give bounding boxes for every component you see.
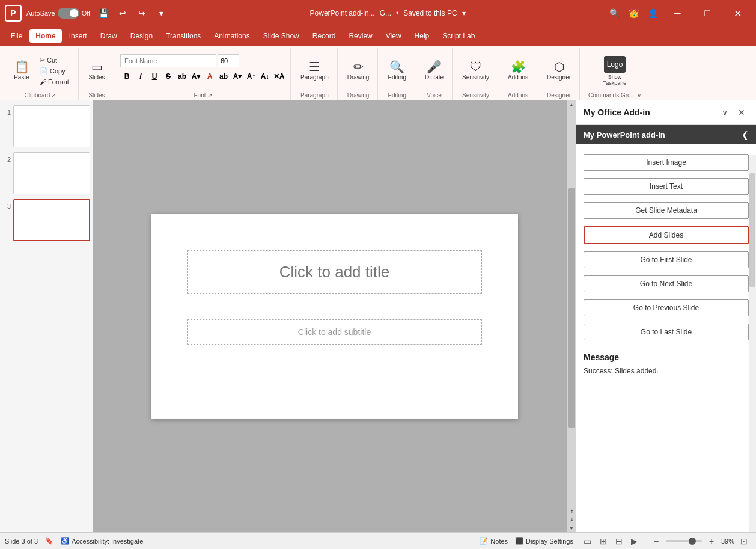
display-settings-button[interactable]: ⬛ Display Settings [515,537,573,545]
autosave-toggle[interactable] [58,8,79,19]
sensitivity-button[interactable]: 🛡 Sensitivity [459,54,493,88]
bookmark-icon[interactable]: 🔖 [45,537,53,545]
font-name-input[interactable] [120,54,216,67]
show-taskpane-button[interactable]: Logo ShowTaskpane [600,54,630,88]
underline-button[interactable]: U [148,70,161,83]
addin-collapse-button[interactable]: ❮ [742,130,749,140]
menu-review[interactable]: Review [343,29,378,43]
menu-draw[interactable]: Draw [94,29,123,43]
normal-view-button[interactable]: ▭ [581,535,595,548]
format-painter-button[interactable]: 🖌 Format [37,77,73,87]
copy-button[interactable]: 📄 Copy [37,66,73,76]
font-size-input[interactable] [218,54,239,67]
slide-sorter-button[interactable]: ⊞ [596,535,611,548]
slides-button[interactable]: ▭ Slides [85,54,109,88]
zoom-slider[interactable] [666,540,702,542]
paragraph-label: Paragraph [300,74,329,81]
accessibility-label[interactable]: ♿ Accessibility: Investigate [61,537,143,545]
addin-scrollbar[interactable] [749,155,756,532]
get-slide-metadata-button[interactable]: Get Slide Metadata [584,202,749,219]
filename: PowerPoint add-in... [310,9,375,17]
slide-info: Slide 3 of 3 [5,538,38,545]
subtitle-placeholder[interactable]: Click to add subtitle [187,319,482,345]
addin-close-button[interactable]: ✕ [734,105,749,120]
cut-button[interactable]: ✂ Cut [37,55,73,66]
increase-font-button[interactable]: A↑ [245,70,258,83]
go-to-last-slide-button[interactable]: Go to Last Slide [584,324,749,340]
autosave-area: AutoSave Off [26,8,90,19]
bold-button[interactable]: B [120,70,133,83]
scroll-thumb[interactable] [568,188,575,427]
reading-view-button[interactable]: ⊟ [612,535,626,548]
menu-slideshow[interactable]: Slide Show [257,29,305,43]
addins-button[interactable]: 🧩 Add-ins [504,54,532,88]
paragraph-button[interactable]: ☰ Paragraph [297,54,332,88]
more-font-button[interactable]: A▾ [189,70,203,83]
menu-bar: File Home Insert Draw Design Transitions… [0,26,756,46]
textcolor-button[interactable]: A [203,70,216,83]
font-expand-icon[interactable]: ↗ [207,92,212,99]
designer-group-label: Designer [547,92,571,99]
go-to-first-slide-button[interactable]: Go to First Slide [584,251,749,268]
editing-group: 🔍 Editing Editing [379,48,415,100]
ribbon-expand-icon[interactable]: ∨ [637,92,641,99]
close-button[interactable]: ✕ [724,4,751,23]
zoom-in-button[interactable]: + [704,535,719,548]
slides-group: ▭ Slides Slides [80,48,114,100]
menu-view[interactable]: View [380,29,407,43]
menu-file[interactable]: File [5,29,28,43]
highlight-button[interactable]: ab [217,70,230,83]
menu-help[interactable]: Help [409,29,436,43]
undo-button[interactable]: ↩ [114,5,131,22]
go-to-next-slide-button[interactable]: Go to Next Slide [584,275,749,292]
maximize-button[interactable]: □ [694,4,721,23]
slideshow-button[interactable]: ▶ [627,535,642,548]
vertical-scrollbar[interactable]: ▲ ⬆ ⬇ ▼ [567,100,576,532]
clear-format-button[interactable]: ✕A [272,70,285,83]
addin-title: My Office Add-in [584,108,650,117]
clipboard-expand-icon[interactable]: ↗ [51,92,56,99]
go-to-previous-slide-button[interactable]: Go to Previous Slide [584,299,749,316]
menu-transitions[interactable]: Transitions [160,29,207,43]
addin-scroll-thumb[interactable] [749,173,755,286]
menu-insert[interactable]: Insert [63,29,93,43]
crown-button[interactable]: 👑 [625,5,642,22]
minimize-button[interactable]: ─ [663,4,691,23]
add-slides-button[interactable]: Add Slides [584,226,749,244]
menu-animations[interactable]: Animations [208,29,255,43]
menu-record[interactable]: Record [306,29,342,43]
editing-button[interactable]: 🔍 Editing [384,54,410,88]
search-button[interactable]: 🔍 [606,5,623,22]
insert-image-button[interactable]: Insert Image [584,154,749,171]
charspacing-button[interactable]: ab [175,70,189,83]
save-button[interactable]: 💾 [95,5,112,22]
paste-button[interactable]: 📋 Paste [7,54,36,88]
menu-design[interactable]: Design [124,29,159,43]
title-placeholder[interactable]: Click to add title [187,250,482,294]
menu-scriptlab[interactable]: Script Lab [436,29,481,43]
drawing-button[interactable]: ✏ Drawing [344,54,373,88]
customize-button[interactable]: ▾ [153,5,169,22]
strikethrough-button[interactable]: S [162,70,175,83]
slide-thumbnail-1[interactable] [13,105,90,147]
scroll-down-arrow[interactable]: ▼ [567,524,576,532]
insert-text-button[interactable]: Insert Text [584,178,749,195]
fit-window-button[interactable]: ⊡ [737,535,751,548]
scroll-down-next-arrow[interactable]: ⬇ [567,515,576,524]
dictate-button[interactable]: 🎤 Dictate [421,54,447,88]
scroll-up-arrow[interactable]: ▲ [567,100,576,109]
share-button[interactable]: 👤 [644,5,661,22]
redo-button[interactable]: ↪ [133,5,150,22]
italic-button[interactable]: I [134,70,147,83]
zoom-out-button[interactable]: − [649,535,663,548]
addin-minimize-button[interactable]: ∨ [718,105,732,120]
designer-button[interactable]: ⬡ Designer [543,54,575,88]
sensitivity-label: Sensitivity [462,74,489,81]
decrease-font-button[interactable]: A↓ [258,70,272,83]
notes-button[interactable]: 📝 Notes [480,537,508,545]
menu-home[interactable]: Home [29,29,61,43]
slide-thumbnail-2[interactable] [13,152,90,194]
scroll-down-prev-arrow[interactable]: ⬆ [567,507,576,515]
font-a-button[interactable]: A▾ [231,70,244,83]
slide-thumbnail-3[interactable] [13,199,90,241]
